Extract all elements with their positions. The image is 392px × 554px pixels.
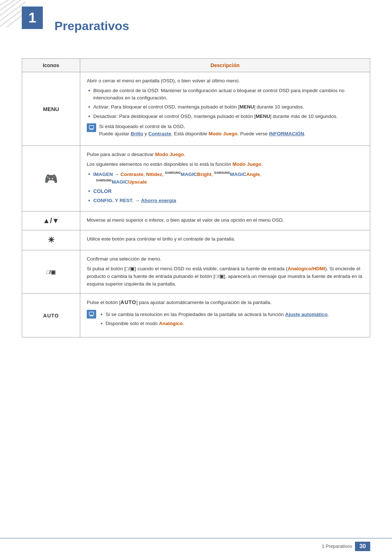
list-item: IMAGEN → Contraste, Nitidez, SAMSUNGMAGI… [87,171,363,186]
header-desc: Descripción [80,59,370,72]
desc-list: IMAGEN → Contraste, Nitidez, SAMSUNGMAGI… [87,171,363,204]
table-row: ☀ Utilice este botón para controlar el b… [22,230,370,250]
list-item: CONFIG. Y REST. → Ahorro energía [87,197,363,204]
header-icons: Iconos [22,59,80,72]
list-item: Activar: Para bloquear el control OSD, m… [87,103,363,111]
chapter-number-block: 1 [22,7,43,29]
table-row: □/▣ Confirmar una selección de menú. Si … [22,250,370,294]
list-item: Si se cambia la resolución en las Propie… [99,311,363,318]
icon-cell-gamepad: 🎮 [22,146,80,212]
list-item: Bloqueo de control de la OSD: Mantener l… [87,87,363,102]
icon-cell-menu: MENU [22,72,80,146]
desc-cell-sun: Utilice este botón para controlar el bri… [80,230,370,250]
chapter-number: 1 [28,10,36,26]
svg-rect-10 [89,312,94,315]
footer-section-label: 1 Preparativos [322,543,352,549]
display-icon: □/▣ [46,269,56,275]
content-table: Iconos Descripción MENU Abrir o cerrar e… [22,58,370,337]
main-content: Iconos Descripción MENU Abrir o cerrar e… [0,40,392,366]
arrows-icon: ▲/▼ [43,217,59,225]
icon-cell-auto: AUTO [22,293,80,337]
note-box: Si está bloqueado el control de la OSD, … [87,123,363,138]
table-row: 🎮 Pulse para activar o desactivar Modo J… [22,146,370,212]
list-item: COLOR [87,188,363,195]
list-item: Disponible sólo el modo Analógico. [99,320,363,327]
desc-para: Pulse para activar o desactivar Modo Jue… [87,151,363,159]
desc-para: Los siguientes elementos no están dispon… [87,161,363,168]
note-para: Puede ajustar Brillo y Contraste. Está d… [99,130,363,138]
sun-icon: ☀ [48,235,55,245]
table-row: AUTO Pulse el botón [AUTO] para ajustar … [22,293,370,337]
list-item: Desactivar: Para desbloquear el control … [87,113,363,120]
note-icon [87,123,96,132]
note-content: Si está bloqueado el control de la OSD, … [99,123,363,138]
note-para: Si está bloqueado el control de la OSD, [99,123,363,130]
desc-para: Moverse al menú superior o inferior, o b… [87,217,363,224]
table-row: ▲/▼ Moverse al menú superior o inferior,… [22,212,370,230]
desc-para: Utilice este botón para controlar el bri… [87,235,363,243]
desc-cell-display: Confirmar una selección de menú. Si puls… [80,250,370,294]
desc-list: Bloqueo de control de la OSD: Mantener l… [87,87,363,120]
note-icon-auto [87,310,96,319]
chapter-title: Preparativos [51,11,370,33]
note-box-auto: Si se cambia la resolución en las Propie… [87,309,363,329]
icon-cell-arrows: ▲/▼ [22,212,80,230]
page-footer: 1 Preparativos 30 [0,538,392,554]
icon-cell-sun: ☀ [22,230,80,250]
desc-para: Confirmar una selección de menú. [87,255,363,263]
desc-cell-arrows: Moverse al menú superior o inferior, o b… [80,212,370,230]
auto-icon: AUTO [43,313,59,319]
page-number: 30 [355,542,370,551]
icon-cell-display: □/▣ [22,250,80,294]
desc-para: Abrir o cerrar el menú en pantalla (OSD)… [87,77,363,85]
gamepad-icon: 🎮 [44,173,58,185]
desc-para: Pulse el botón [AUTO] para ajustar autom… [87,299,363,307]
desc-list: Si se cambia la resolución en las Propie… [99,311,363,328]
desc-cell-auto: Pulse el botón [AUTO] para ajustar autom… [80,293,370,337]
note-content-auto: Si se cambia la resolución en las Propie… [99,309,363,329]
desc-cell-menu: Abrir o cerrar el menú en pantalla (OSD)… [80,72,370,146]
menu-icon: MENU [43,106,59,112]
page-header: 1 Preparativos [0,0,392,40]
desc-para: Si pulsa el botón [□/▣] cuando el menú O… [87,265,363,288]
svg-rect-6 [89,126,94,129]
desc-cell-gamepad: Pulse para activar o desactivar Modo Jue… [80,146,370,212]
table-row: MENU Abrir o cerrar el menú en pantalla … [22,72,370,146]
